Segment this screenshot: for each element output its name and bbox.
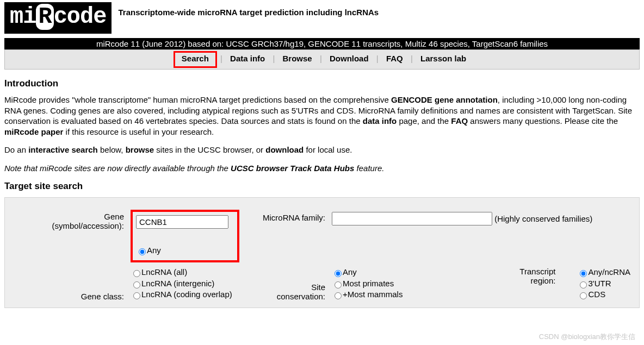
intro-link-browse[interactable]: browse	[126, 145, 154, 154]
mircode-logo: miRcode	[4, 2, 112, 34]
radio-label: CDS	[588, 290, 605, 299]
mirna-label: MicroRNA family:	[263, 213, 325, 222]
intro-bold-gencode: GENCODE gene annotation	[391, 95, 498, 104]
intro-text-span: Do an	[4, 145, 28, 154]
nav-sep: |	[375, 54, 380, 63]
gene-class-lncrna-overlap[interactable]: LncRNA (coding overlap)	[131, 289, 244, 300]
region-label-1: Transcript	[519, 267, 555, 276]
mirna-input[interactable]	[332, 212, 492, 225]
intro-link-download[interactable]: download	[265, 145, 304, 154]
intro-text-span: MiRcode provides "whole transcriptome" h…	[4, 95, 391, 104]
siteconserv-primates[interactable]: Most primates	[332, 278, 403, 289]
intro-text-span: page, and the	[397, 116, 451, 126]
siteconserv-mammals[interactable]: +Most mammals	[332, 289, 403, 300]
radio-label: Most primates	[343, 279, 394, 288]
intro-link-paper[interactable]: miRcode paper	[4, 127, 63, 136]
gene-input-highlight: Any	[131, 210, 239, 262]
nav-tab-datainfo[interactable]: Data info	[226, 53, 269, 64]
nav-sep: |	[219, 54, 224, 63]
logo-suffix: code	[54, 4, 107, 30]
nav-bar: Search | Data info | Browse | Download |…	[4, 49, 640, 70]
search-form: Gene (symbol/accession): Any MicroRNA fa…	[4, 197, 640, 308]
intro-bold-search: interactive search	[28, 145, 98, 154]
radio-label: LncRNA (coding overlap)	[141, 290, 232, 299]
region-any[interactable]: Any/ncRNA	[577, 267, 630, 278]
gene-label-1: Gene	[104, 212, 124, 221]
intro-text-span: if this resource is useful in your resea…	[63, 127, 214, 136]
radio-label: 3'UTR	[588, 279, 611, 288]
intro-text-span: below,	[98, 145, 126, 154]
radio-label: LncRNA (intergenic)	[141, 279, 214, 288]
intro-link-datainfo[interactable]: data info	[363, 116, 397, 126]
intro-text-span: sites in the UCSC browser, or	[154, 145, 265, 154]
gene-class-lncrna-all[interactable]: LncRNA (all)	[131, 267, 244, 278]
intro-text-span: answers many questions. Please cite the	[468, 116, 618, 126]
gene-class-any[interactable]: Any	[136, 245, 232, 256]
nav-tab-search[interactable]: Search	[174, 51, 217, 68]
intro-link-faq[interactable]: FAQ	[451, 116, 468, 126]
nav-sep: |	[271, 54, 276, 63]
radio-label: Any/ncRNA	[588, 267, 630, 277]
tagline: Transcriptome-wide microRNA target predi…	[118, 2, 379, 17]
logo-invert-R: R	[36, 4, 53, 30]
nav-sep: |	[410, 54, 414, 63]
gene-input[interactable]	[136, 215, 228, 229]
gene-class-lncrna-intergenic[interactable]: LncRNA (intergenic)	[131, 278, 244, 289]
gene-label-2: (symbol/accession):	[52, 221, 124, 230]
siteconserv-any[interactable]: Any	[332, 267, 403, 278]
nav-tab-browse[interactable]: Browse	[278, 53, 317, 64]
logo-prefix: mi	[10, 4, 36, 30]
intro-text-span: feature.	[354, 164, 384, 173]
nav-tab-download[interactable]: Download	[325, 53, 373, 64]
radio-label: Any	[147, 246, 161, 255]
region-label-2: region:	[531, 276, 556, 285]
intro-text-span: Note that miRcode sites are now directly…	[4, 164, 231, 173]
mirna-hint: (Highly conserved families)	[494, 214, 592, 223]
gene-class-label: Gene class:	[81, 292, 124, 301]
nav-tab-larssonlab[interactable]: Larsson lab	[416, 53, 470, 64]
introduction-heading: Introduction	[4, 78, 640, 89]
region-cds[interactable]: CDS	[577, 289, 630, 300]
siteconserv-label-1: Site	[311, 283, 325, 292]
radio-label: LncRNA (all)	[141, 267, 187, 277]
intro-text: MiRcode provides "whole transcriptome" h…	[4, 95, 640, 173]
region-3utr[interactable]: 3'UTR	[577, 278, 630, 289]
intro-bold-trackhubs: UCSC browser Track Data Hubs	[231, 164, 354, 173]
nav-sep: |	[319, 54, 323, 63]
radio-label: Any	[343, 267, 357, 277]
version-bar: miRcode 11 (June 2012) based on: UCSC GR…	[4, 38, 640, 49]
nav-tab-faq[interactable]: FAQ	[382, 53, 407, 64]
siteconserv-label-2: conservation:	[277, 292, 325, 301]
search-heading: Target site search	[4, 181, 640, 192]
radio-label: +Most mammals	[343, 290, 403, 299]
intro-text-span: for local use.	[304, 145, 352, 154]
